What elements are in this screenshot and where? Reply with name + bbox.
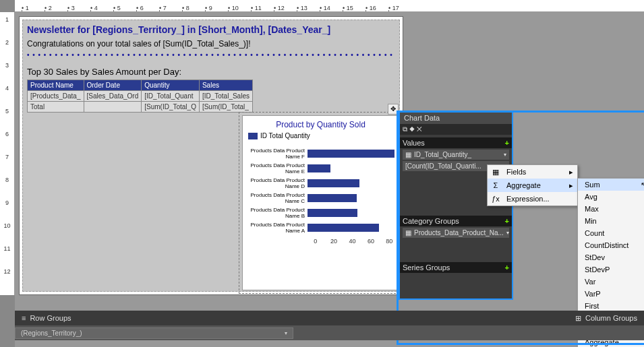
- congrats-text[interactable]: Congratulations on your total sales of […: [27, 39, 395, 49]
- add-series-icon[interactable]: +: [505, 263, 509, 272]
- chart-data-toolbar[interactable]: ⧉ ◆ ✕: [400, 124, 512, 135]
- column-header[interactable]: Quantity: [142, 80, 200, 91]
- aggregate-option[interactable]: Max: [578, 203, 644, 215]
- report-title[interactable]: Newsletter for [Regions_Territory_] in […: [27, 24, 395, 35]
- aggregate-option[interactable]: VarP: [578, 288, 644, 300]
- aggregate-option[interactable]: Var: [578, 276, 644, 288]
- aggregate-option[interactable]: Min: [578, 215, 644, 227]
- fx-icon: ƒx: [490, 195, 501, 203]
- add-category-icon[interactable]: +: [505, 217, 509, 225]
- move-handle-icon[interactable]: ✥: [388, 104, 399, 115]
- context-menu[interactable]: ▦ Fields ▸ Σ Aggregate ▸ ƒx Expression..…: [487, 164, 578, 206]
- menu-aggregate[interactable]: Σ Aggregate ▸: [488, 179, 577, 192]
- values-section: Values +: [400, 137, 512, 148]
- column-header[interactable]: Product Name: [28, 80, 84, 91]
- aggregate-option[interactable]: StDevP: [578, 263, 644, 276]
- sigma-icon: Σ: [490, 181, 501, 189]
- row-group-cell[interactable]: (Regions_Territory_) ▾: [15, 327, 293, 339]
- dropdown-icon[interactable]: ▾: [506, 230, 509, 236]
- ruler-vertical: 123456789101112: [0, 12, 15, 295]
- fields-icon: ▦: [490, 168, 501, 177]
- column-groups-label[interactable]: ⊞ Column Groups: [568, 314, 644, 323]
- ruler-horizontal: • 1• 2• 3• 4• 5• 6• 7• 8• 9• 10• 11• 12•…: [15, 0, 644, 12]
- tablix[interactable]: Product NameOrder DateQuantitySales [Pro…: [27, 80, 253, 113]
- aggregate-option[interactable]: Sum↖: [578, 179, 644, 191]
- cursor-icon: ↖: [641, 181, 644, 189]
- series-groups-section: Series Groups +: [400, 262, 512, 273]
- dataset-icon: ▦: [405, 229, 411, 236]
- table-row[interactable]: [Products_Data_[Sales_Data_Ord[ID_Total_…: [28, 91, 253, 102]
- value-field-1[interactable]: ▦ ID_Total_Quantity_ ▾: [403, 150, 509, 160]
- chart-region[interactable]: ✥ Product by Quantity Sold ID Total Quan…: [242, 115, 399, 290]
- aggregate-option[interactable]: Avg: [578, 191, 644, 203]
- submenu-arrow-icon: ▸: [569, 168, 573, 177]
- section-header[interactable]: Top 30 Sales by Sales Amount per Day:: [27, 67, 395, 77]
- groups-row: (Regions_Territory_) ▾: [15, 325, 644, 340]
- dropdown-icon[interactable]: ▾: [504, 152, 506, 158]
- row-groups-label[interactable]: ≡ Row Groups: [15, 314, 78, 322]
- aggregate-option[interactable]: StDev: [578, 251, 644, 263]
- design-canvas[interactable]: Newsletter for [Regions_Territory_] in […: [15, 12, 644, 347]
- menu-expression[interactable]: ƒx Expression...: [488, 192, 577, 206]
- aggregate-option[interactable]: CountDistinct: [578, 239, 644, 251]
- category-groups-section: Category Groups +: [400, 216, 512, 226]
- row-groups-icon: ≡: [22, 314, 26, 322]
- column-header[interactable]: Order Date: [84, 80, 142, 91]
- aggregate-option[interactable]: Count: [578, 227, 644, 239]
- groups-header-bar: ≡ Row Groups ⊞ Column Groups: [15, 311, 644, 325]
- menu-fields[interactable]: ▦ Fields ▸: [488, 165, 577, 179]
- column-header[interactable]: Sales: [199, 80, 252, 91]
- chart-data-header[interactable]: Chart Data: [400, 112, 512, 124]
- report-body[interactable]: Newsletter for [Regions_Territory_] in […: [19, 16, 403, 295]
- add-value-icon[interactable]: +: [505, 139, 509, 147]
- dataset-icon: ▦: [405, 151, 411, 158]
- submenu-arrow-icon: ▸: [569, 181, 573, 190]
- dropdown-icon[interactable]: ▾: [285, 330, 287, 336]
- divider-dots: • • • • • • • • • • • • • • • • • • • • …: [27, 51, 395, 59]
- category-field[interactable]: ▦ Products_Data_Product_Na... ▾: [403, 228, 509, 238]
- column-groups-icon: ⊞: [575, 314, 581, 323]
- table-row[interactable]: Total[Sum(ID_Total_Q[Sum(ID_Total_: [28, 102, 253, 113]
